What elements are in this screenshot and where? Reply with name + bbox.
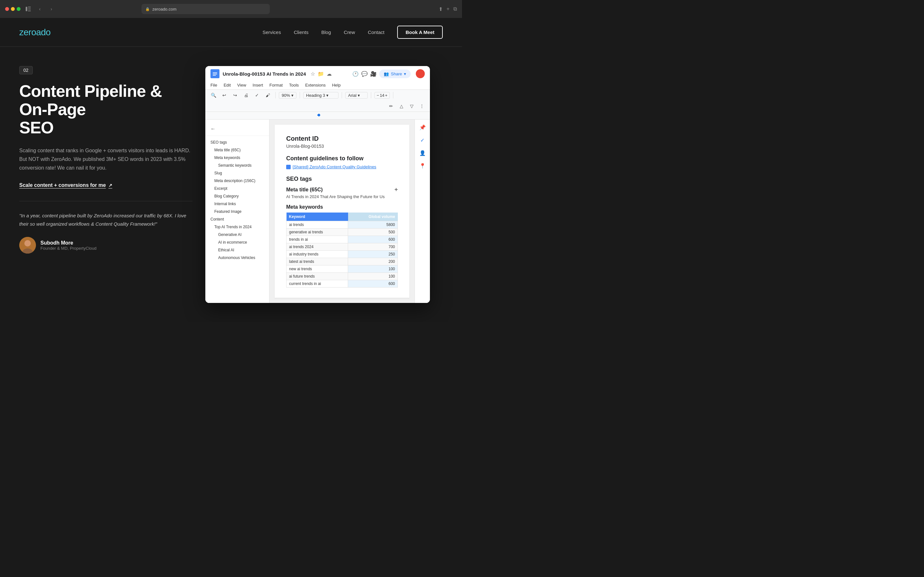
guidelines-link[interactable]: [Shared] ZeroAdo Content Quality Guideli… [286, 164, 398, 169]
table-row: latest ai trends200 [286, 258, 398, 266]
outline-seo-tags[interactable]: SEO tags [205, 139, 269, 146]
redo-button[interactable]: ↪ [231, 91, 239, 99]
toolbar-divider-1 [275, 92, 276, 98]
outline-generative-ai[interactable]: Generative AI [205, 231, 269, 239]
font-selector[interactable]: Arial ▾ [345, 92, 368, 99]
external-link-icon: ↗ [108, 183, 112, 188]
keyword-cell: current trends in ai [286, 280, 348, 287]
outline-internal-links[interactable]: Internal links [205, 200, 269, 208]
outline-ai-ecommerce[interactable]: AI in ecommerce [205, 239, 269, 246]
more-options-button[interactable]: ⋮ [418, 102, 426, 110]
site-nav: Services Clients Blog Crew Contact Book … [262, 26, 443, 39]
content-id-section: Content ID Unrola-Blog-00153 [286, 135, 398, 149]
forward-button[interactable]: › [47, 5, 55, 13]
new-tab-icon[interactable]: + [447, 6, 449, 12]
volume-cell: 100 [348, 273, 398, 280]
nav-crew[interactable]: Crew [344, 29, 355, 35]
nav-services[interactable]: Services [262, 29, 281, 35]
maximize-dot[interactable] [17, 7, 21, 11]
keyword-cell: trends in ai [286, 236, 348, 243]
folder-icon[interactable]: 📁 [318, 71, 324, 77]
outline-autonomous-vehicles[interactable]: Autonomous Vehicles [205, 254, 269, 261]
outline-meta-description[interactable]: Meta description (156C) [205, 177, 269, 185]
sidebar-back-button[interactable]: ← [205, 125, 269, 136]
minimize-dot[interactable] [11, 7, 15, 11]
person-icon[interactable]: 👤 [419, 149, 426, 157]
menu-format[interactable]: Format [270, 81, 283, 89]
outline-excerpt[interactable]: Excerpt [205, 185, 269, 192]
cta-link[interactable]: Scale content + conversions for me ↗ [19, 182, 112, 188]
style-selector[interactable]: Heading 3 ▾ [303, 92, 338, 99]
toolbar-divider-4 [371, 92, 371, 98]
menu-extensions[interactable]: Extensions [305, 81, 326, 89]
table-row: ai trends 2024700 [286, 243, 398, 251]
spellcheck-button[interactable]: ✓ [253, 91, 261, 99]
undo-button[interactable]: ↩ [220, 91, 228, 99]
keyword-cell: ai industry trends [286, 251, 348, 258]
search-tool-button[interactable]: 🔍 [209, 91, 218, 99]
section-number: 02 [19, 66, 33, 74]
paint-format-button[interactable]: 🖌 [264, 91, 272, 99]
check-circle-icon[interactable]: ✓ [419, 136, 426, 144]
outline-ethical-ai[interactable]: Ethical AI [205, 246, 269, 254]
book-meet-button[interactable]: Book A Meet [397, 26, 443, 39]
menu-insert[interactable]: Insert [252, 81, 263, 89]
address-bar[interactable]: 🔒 zeroado.com [142, 4, 270, 14]
section-description: Scaling content that ranks in Google + c… [19, 146, 192, 172]
share-icon[interactable]: ⬆ [439, 6, 443, 12]
kw-header-volume: Global volume [348, 213, 398, 221]
kw-header-keyword: Keyword [286, 213, 348, 221]
gdoc-share-button[interactable]: 👥 Share ▾ [379, 69, 411, 78]
history-icon[interactable]: 🕐 [352, 71, 359, 77]
menu-help[interactable]: Help [332, 81, 341, 89]
font-size-increase[interactable]: + [385, 93, 388, 98]
outline-meta-title[interactable]: Meta title (65C) [205, 146, 269, 154]
guidelines-section: Content guidelines to follow [Shared] Ze… [286, 155, 398, 169]
close-dot[interactable] [5, 7, 9, 11]
meta-title-add-button[interactable]: + [394, 186, 398, 193]
comment-icon[interactable]: 💬 [361, 71, 368, 77]
testimonial-text: "In a year, content pipeline built by Ze… [19, 211, 192, 228]
outline-meta-keywords[interactable]: Meta keywords [205, 154, 269, 161]
gdoc-icon [210, 69, 220, 78]
svg-point-5 [24, 240, 31, 247]
nav-contact[interactable]: Contact [368, 29, 384, 35]
nav-blog[interactable]: Blog [321, 29, 331, 35]
toolbar-divider-2 [300, 92, 300, 98]
sidebar-toggle-icon[interactable] [24, 5, 32, 13]
browser-dots [5, 7, 21, 11]
gdoc-user-avatar [416, 69, 425, 78]
print-button[interactable]: 🖨 [242, 91, 250, 99]
font-size-control[interactable]: − 14 + [375, 92, 390, 99]
table-row: trends in ai600 [286, 236, 398, 243]
edit-pencil-button[interactable]: ✏ [387, 102, 395, 110]
outline-content[interactable]: Content [205, 215, 269, 223]
windows-icon[interactable]: ⧉ [453, 6, 457, 12]
star-icon[interactable]: ☆ [310, 71, 315, 77]
zoom-selector[interactable]: 90% ▾ [279, 92, 296, 99]
menu-tools[interactable]: Tools [289, 81, 299, 89]
author-info: Subodh More Founder & MD, PropertyCloud [40, 240, 97, 251]
pin-icon[interactable]: 📌 [419, 123, 426, 131]
outline-top-ai-trends[interactable]: Top AI Trends in 2024 [205, 223, 269, 231]
menu-file[interactable]: File [210, 81, 217, 89]
gdoc-title-row: Unrola-Blog-00153 AI Trends in 2024 ☆ 📁 … [210, 69, 425, 78]
outline-slug[interactable]: Slug [205, 169, 269, 177]
back-button[interactable]: ‹ [36, 5, 44, 13]
keyword-cell: latest ai trends [286, 258, 348, 266]
nav-clients[interactable]: Clients [294, 29, 309, 35]
outline-semantic-keywords[interactable]: Semantic keywords [205, 161, 269, 169]
meet-icon[interactable]: 🎥 [370, 71, 376, 77]
logo[interactable]: zeroado [19, 27, 51, 37]
cloud-icon[interactable]: ☁ [326, 71, 332, 77]
outline-blog-category[interactable]: Blog Category [205, 192, 269, 200]
ruler-marker [317, 113, 320, 117]
map-pin-icon[interactable]: 📍 [419, 162, 426, 169]
menu-edit[interactable]: Edit [224, 81, 231, 89]
expand-button[interactable]: ▽ [407, 102, 416, 110]
svg-rect-8 [213, 73, 217, 73]
menu-view[interactable]: View [237, 81, 246, 89]
outline-featured-image[interactable]: Featured Image [205, 208, 269, 215]
collapse-button[interactable]: △ [397, 102, 405, 110]
font-size-decrease[interactable]: − [376, 93, 379, 98]
